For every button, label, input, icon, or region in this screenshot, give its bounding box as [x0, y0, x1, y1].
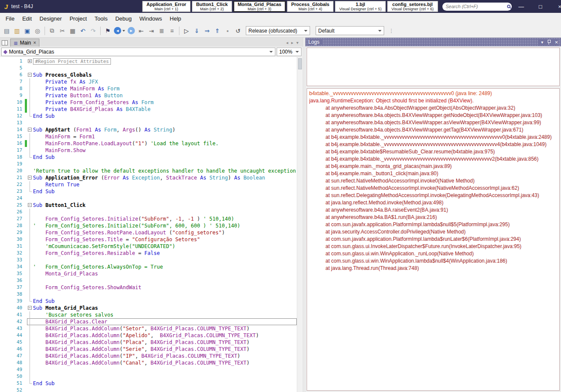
toolbar-overflow-grip[interactable]: ⋮ — [387, 28, 396, 34]
log-line[interactable]: at sun.reflect.NativeMethodAccessorImpl.… — [309, 185, 557, 192]
pin-icon[interactable] — [547, 40, 551, 45]
line-number[interactable]: 34 — [0, 263, 25, 270]
code-line[interactable]: 39End Sub — [0, 298, 297, 305]
header-tab-monta_grid_placas[interactable]: Monta_Grid_PlacasMain (ctrl + 3) — [233, 1, 286, 12]
code-line[interactable]: 11 Private B4XGrid_Placas As B4XTable — [0, 106, 297, 113]
code-editor[interactable]: 1+#Region Project Attributes56−Sub Proce… — [0, 57, 303, 392]
menu-designer[interactable]: Designer — [36, 14, 66, 23]
collapsed-region[interactable]: #Region Project Attributes — [33, 58, 111, 65]
code-line[interactable]: 36 — [0, 277, 297, 284]
line-number[interactable]: 26 — [0, 209, 25, 215]
line-number[interactable]: 32 — [0, 250, 25, 257]
code-line[interactable]: 43 B4XGrid_Placas.AddColumn("Setor", B4X… — [0, 325, 297, 332]
navigate-back-caret-icon[interactable] — [122, 30, 125, 32]
menu-help[interactable]: Help — [166, 14, 185, 23]
header-tab-process_globals[interactable]: Process_GlobalsMain (ctrl + 4) — [287, 1, 334, 12]
line-number[interactable]: 13 — [0, 120, 25, 126]
code-line[interactable]: 44 B4XGrid_Placas.AddColumn("Apelido", B… — [0, 332, 297, 339]
log-line[interactable]: at anywheresoftware.b4a.BA$1.run(BA.java… — [309, 214, 557, 221]
run-icon[interactable]: ▷ — [182, 26, 191, 36]
line-number[interactable]: 49 — [0, 366, 25, 373]
close-button[interactable]: × — [550, 0, 561, 13]
fold-minus-icon[interactable]: − — [27, 126, 33, 133]
line-number[interactable]: 19 — [0, 161, 25, 168]
code-line[interactable]: 41 'Buscar setores salvos — [0, 311, 297, 318]
line-number[interactable]: 27 — [0, 215, 25, 222]
code-line[interactable]: 37 Form_Config_Setores.ShowAndWait — [0, 284, 297, 291]
code-line[interactable]: 28' Form_Config_Setores.Initialize("SubF… — [0, 222, 297, 229]
code-line[interactable]: 48 B4XGrid_Placas.AddColumn("Canal", B4X… — [0, 359, 297, 366]
line-number[interactable]: 30 — [0, 236, 25, 243]
paste-icon[interactable]: ▦ — [68, 26, 78, 36]
zoom-selector[interactable]: 100% — [277, 48, 301, 56]
code-line[interactable]: 18End Sub — [0, 154, 297, 161]
line-number[interactable]: 47 — [0, 353, 25, 359]
build-configuration-combo[interactable]: Release (obfuscated) — [246, 26, 310, 35]
line-number[interactable]: 15 — [0, 133, 25, 140]
menu-tools[interactable]: Tools — [91, 14, 111, 23]
logs-quick-area[interactable] — [307, 48, 560, 86]
line-number[interactable]: 33 — [0, 257, 25, 263]
search-icon[interactable] — [507, 5, 510, 8]
code-line[interactable]: 8 Private MainForm As Form — [0, 85, 297, 92]
code-line[interactable]: 12End Sub — [0, 113, 297, 120]
fold-plus-icon[interactable]: + — [27, 58, 33, 65]
line-number[interactable]: 50 — [0, 373, 25, 380]
open-project-icon[interactable]: ▥ — [12, 26, 22, 36]
chevron-down-icon[interactable]: ▾ — [541, 40, 543, 45]
log-output[interactable]: b4xtable._vvvvvvvvvvvvvvvvvvvvvvvvvvvvvv… — [307, 88, 560, 391]
line-number[interactable]: 1 — [0, 58, 25, 65]
line-number[interactable]: 38 — [0, 291, 25, 298]
line-number[interactable]: 40 — [0, 305, 25, 311]
menu-file[interactable]: File — [2, 14, 18, 23]
code-line[interactable]: 52 — [0, 387, 297, 392]
line-number[interactable]: 17 — [0, 147, 25, 154]
line-number[interactable]: 31 — [0, 243, 25, 250]
log-line[interactable]: java.lang.RuntimeException: Object shoul… — [309, 97, 557, 105]
code-line[interactable]: 15 MainForm = Form1 — [0, 133, 297, 140]
new-module-icon[interactable]: ▤ — [2, 26, 12, 36]
log-line[interactable]: at b4j.example.b4xtable._vvvvvvvvvvvvvvv… — [309, 141, 557, 148]
code-line[interactable]: 13 — [0, 120, 297, 126]
line-number[interactable]: 5 — [0, 65, 25, 72]
menu-debug[interactable]: Debug — [111, 14, 135, 23]
tab-list-icon[interactable]: ▾ — [296, 40, 298, 45]
line-number[interactable]: 7 — [0, 78, 25, 85]
code-line[interactable]: 45 B4XGrid_Placas.AddColumn("Placa", B4X… — [0, 339, 297, 346]
line-number[interactable]: 9 — [0, 92, 25, 99]
code-line[interactable]: 25−Sub Button1_Click — [0, 202, 297, 209]
code-line[interactable]: 23End Sub — [0, 188, 297, 195]
menu-project[interactable]: Project — [66, 14, 90, 23]
log-line[interactable]: at com.sun.glass.ui.win.WinApplication.l… — [309, 257, 557, 265]
code-line[interactable]: 32 Form_Config_Setores.Resizable = False — [0, 250, 297, 257]
code-line[interactable]: 22 Return True — [0, 181, 297, 188]
indent-icon[interactable]: ⇥ — [146, 26, 156, 36]
code-line[interactable]: 6−Sub Process_Globals — [0, 72, 297, 78]
line-number[interactable]: 25 — [0, 202, 25, 209]
log-line[interactable]: at anywheresoftware.b4a.BA.raiseEvent2(B… — [309, 206, 557, 214]
log-line[interactable]: at sun.reflect.DelegatingMethodAccessorI… — [309, 192, 557, 199]
log-line[interactable]: at com.sun.javafx.application.PlatformIm… — [309, 221, 557, 228]
code-line[interactable]: 46 B4XGrid_Placas.AddColumn("Serie", B4X… — [0, 346, 297, 353]
maximize-button[interactable]: □ — [531, 0, 550, 13]
log-line[interactable]: at anywheresoftware.b4a.AbsObjectWrapper… — [309, 105, 557, 112]
minimize-button[interactable]: — — [512, 0, 531, 13]
code-line[interactable]: 33 — [0, 257, 297, 263]
line-number[interactable]: 39 — [0, 298, 25, 305]
fold-minus-icon[interactable]: − — [27, 305, 33, 311]
log-line[interactable]: at com.sun.glass.ui.win.WinApplication._… — [309, 250, 557, 257]
log-line[interactable]: at b4j.example.main._monta_grid_placas(m… — [309, 163, 557, 170]
code-line[interactable]: 40−Sub Monta_Grid_Placas — [0, 305, 297, 311]
search-input[interactable] — [446, 4, 507, 9]
line-number[interactable]: 29 — [0, 229, 25, 236]
code-line[interactable]: 50 — [0, 373, 297, 380]
save-icon[interactable]: ▣ — [22, 26, 32, 36]
outdent-icon[interactable]: ⇤ — [136, 26, 146, 36]
code-line[interactable]: 19 — [0, 161, 297, 168]
log-line[interactable]: at java.lang.reflect.Method.invoke(Metho… — [309, 199, 557, 206]
log-line[interactable]: at anywheresoftware.b4a.objects.B4XViewW… — [309, 112, 557, 119]
scrollbar-thumb[interactable] — [298, 58, 302, 69]
header-tab-config_setores.bjl[interactable]: config_setores.bjlVisual Designer (ctrl … — [387, 1, 438, 12]
module-selector[interactable]: Monta_Grid_Placas — [1, 48, 275, 56]
code-line[interactable]: 34' Form_Config_Setores.AlwaysOnTop = Tr… — [0, 263, 297, 270]
